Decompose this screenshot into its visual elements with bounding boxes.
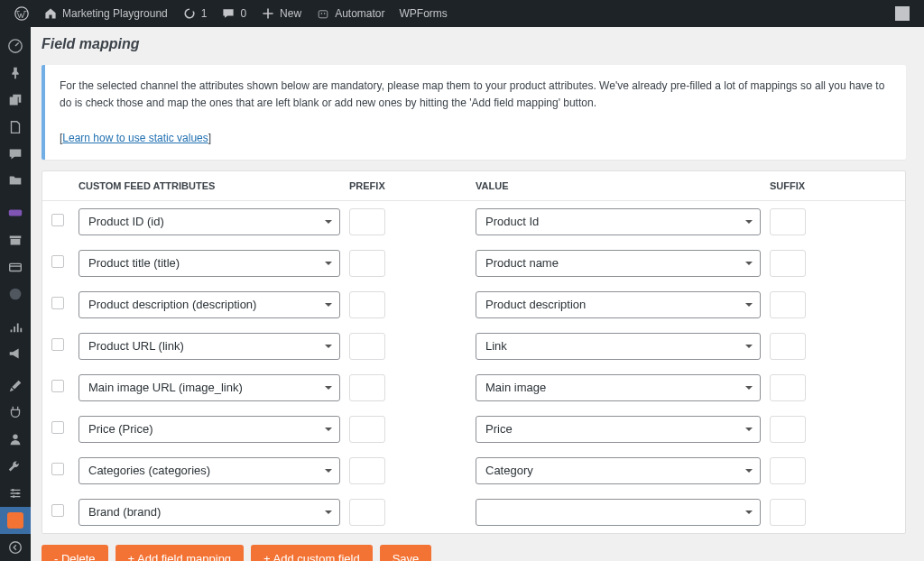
attr-select[interactable]: Product URL (link) xyxy=(79,333,340,360)
suffix-input[interactable] xyxy=(770,416,806,443)
attr-select[interactable]: Product title (title) xyxy=(79,250,340,277)
prefix-input[interactable] xyxy=(349,499,385,526)
value-value: Price xyxy=(485,422,513,436)
prefix-input[interactable] xyxy=(349,374,385,401)
sidebar-plugins[interactable] xyxy=(0,400,31,427)
attr-select[interactable]: Brand (brand) xyxy=(79,499,340,526)
attr-value: Categories (categories) xyxy=(88,464,210,477)
wpforms-link[interactable]: WPForms xyxy=(392,0,454,27)
suffix-input[interactable] xyxy=(770,499,806,526)
admin-bar: Marketing Playground 1 0 New Automator W… xyxy=(0,0,924,27)
value-select[interactable]: Link xyxy=(476,333,761,360)
sidebar-collapse[interactable] xyxy=(0,534,31,561)
chevron-down-icon xyxy=(325,220,332,224)
avatar xyxy=(895,6,910,21)
value-select[interactable]: Main image xyxy=(476,374,761,401)
prefix-input[interactable] xyxy=(349,457,385,484)
row-checkbox[interactable] xyxy=(51,504,64,517)
add-mapping-button[interactable]: + Add field mapping xyxy=(116,545,245,561)
automator-label: Automator xyxy=(335,7,384,20)
svg-point-3 xyxy=(324,13,326,14)
value-select[interactable]: Category xyxy=(476,457,761,484)
row-checkbox[interactable] xyxy=(51,380,64,392)
prefix-input[interactable] xyxy=(349,416,385,443)
attr-select[interactable]: Main image URL (image_link) xyxy=(79,374,340,401)
sidebar-user-avatar[interactable] xyxy=(0,280,31,308)
user-menu[interactable] xyxy=(888,0,917,27)
chevron-down-icon xyxy=(325,510,332,514)
automator-link[interactable]: Automator xyxy=(309,0,392,27)
plus-icon xyxy=(261,6,275,21)
wpforms-label: WPForms xyxy=(399,7,447,20)
sidebar-dashboard[interactable] xyxy=(0,32,31,60)
suffix-input[interactable] xyxy=(770,250,806,277)
wordpress-icon xyxy=(14,6,29,21)
value-select[interactable]: Price xyxy=(476,416,761,443)
sidebar-comments[interactable] xyxy=(0,141,31,168)
sidebar-feed[interactable] xyxy=(0,507,31,534)
learn-link[interactable]: Learn how to use static values xyxy=(62,132,208,144)
value-select[interactable]: Product name xyxy=(476,250,761,277)
sidebar-pin[interactable] xyxy=(0,60,31,87)
updates-link[interactable]: 1 xyxy=(175,0,215,27)
attr-select[interactable]: Categories (categories) xyxy=(79,457,340,484)
sidebar-settings[interactable] xyxy=(0,480,31,507)
delete-button[interactable]: - Delete xyxy=(42,545,108,561)
attr-select[interactable]: Product ID (id) xyxy=(79,208,340,235)
row-checkbox[interactable] xyxy=(51,463,64,475)
house-icon xyxy=(43,6,58,21)
suffix-input[interactable] xyxy=(770,208,806,235)
prefix-input[interactable] xyxy=(349,333,385,360)
sidebar-media[interactable] xyxy=(0,87,31,114)
user-icon xyxy=(7,431,23,447)
comment-icon xyxy=(7,146,23,162)
sidebar-analytics[interactable] xyxy=(0,313,31,340)
suffix-input[interactable] xyxy=(770,333,806,360)
suffix-input[interactable] xyxy=(770,457,806,484)
megaphone-icon xyxy=(7,345,23,362)
suffix-input[interactable] xyxy=(770,291,806,318)
attr-select[interactable]: Product description (description) xyxy=(79,291,340,318)
prefix-input[interactable] xyxy=(349,291,385,318)
new-link[interactable]: New xyxy=(254,0,309,27)
svg-point-7 xyxy=(10,289,22,300)
prefix-input[interactable] xyxy=(349,250,385,277)
value-select[interactable] xyxy=(476,499,761,526)
value-select[interactable]: Product description xyxy=(476,291,761,318)
row-checkbox[interactable] xyxy=(51,255,64,268)
chevron-down-icon xyxy=(325,345,332,348)
sidebar-appearance[interactable] xyxy=(0,372,31,400)
sidebar-projects[interactable] xyxy=(0,167,31,194)
row-checkbox[interactable] xyxy=(51,214,64,226)
row-checkbox[interactable] xyxy=(51,297,64,309)
attr-select[interactable]: Price (Price) xyxy=(79,416,340,443)
table-header: CUSTOM FEED ATTRIBUTES PREFIX VALUE SUFF… xyxy=(42,171,905,201)
value-select[interactable]: Product Id xyxy=(476,208,761,235)
table-row: Main image URL (image_link) Main image xyxy=(42,367,905,409)
page-icon xyxy=(7,119,23,135)
sidebar-users[interactable] xyxy=(0,426,31,453)
sidebar-pages[interactable] xyxy=(0,114,31,141)
sidebar-woo[interactable] xyxy=(0,199,31,226)
info-box: For the selected channel the attributes … xyxy=(42,65,906,160)
brush-icon xyxy=(7,378,23,394)
wp-logo[interactable] xyxy=(7,0,36,27)
sidebar-products[interactable] xyxy=(0,226,31,253)
add-custom-button[interactable]: + Add custom field xyxy=(251,545,373,561)
svg-point-10 xyxy=(16,492,19,495)
suffix-input[interactable] xyxy=(770,374,806,401)
circle-icon xyxy=(7,286,23,302)
site-title: Marketing Playground xyxy=(62,7,168,20)
sidebar-payments[interactable] xyxy=(0,253,31,280)
value-value: Product description xyxy=(485,298,586,311)
value-value: Category xyxy=(485,464,533,477)
row-checkbox[interactable] xyxy=(51,338,64,351)
pin-icon xyxy=(7,65,23,81)
comments-link[interactable]: 0 xyxy=(214,0,254,27)
row-checkbox[interactable] xyxy=(51,421,64,434)
save-button[interactable]: Save xyxy=(380,545,432,561)
sidebar-tools[interactable] xyxy=(0,453,31,480)
sidebar-marketing[interactable] xyxy=(0,340,31,367)
prefix-input[interactable] xyxy=(349,208,385,235)
site-link[interactable]: Marketing Playground xyxy=(36,0,175,27)
